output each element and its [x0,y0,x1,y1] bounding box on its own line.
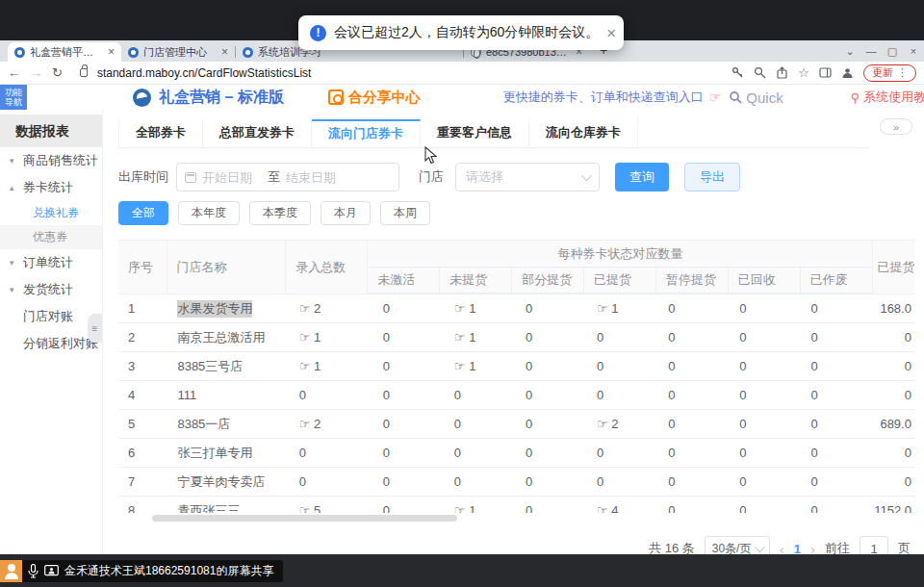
cell-total-link[interactable]: ☞ 1 [290,323,373,351]
tab-store-flow-cards[interactable]: 流向门店券卡 [312,119,421,147]
cell-inactive[interactable]: 0 [373,468,445,496]
tab-hq-direct-cards[interactable]: 总部直发券卡 [203,119,312,147]
cell-paused[interactable]: 0 [658,294,730,322]
quick-filter-week[interactable]: 本周 [380,201,430,225]
cell-inactive[interactable]: 0 [373,497,445,513]
bookmark-star-icon[interactable]: ☆ [798,65,809,80]
cell-voided[interactable]: 0 [801,497,872,513]
cell-voided[interactable]: 0 [801,381,872,409]
cell-picked[interactable]: ☞ 4 [587,497,658,513]
cell-partial-picked[interactable]: 0 [516,294,587,322]
cell-voided[interactable]: 0 [801,439,872,467]
horizontal-scrollbar-thumb[interactable] [152,515,457,522]
cell-inactive[interactable]: 0 [373,294,445,322]
next-page-icon[interactable]: › [810,541,815,555]
browser-tab-active[interactable]: 礼盒营销平台管理中心 × [8,42,121,62]
cell-not-picked[interactable]: ☞ 1 [445,294,516,322]
tab-close-icon[interactable]: × [221,45,228,59]
cell-inactive[interactable]: 0 [373,439,445,467]
lock-icon[interactable] [80,68,88,77]
forward-icon[interactable]: → [30,65,42,80]
start-date-input[interactable] [202,170,262,185]
quick-filter-month[interactable]: 本月 [321,201,371,225]
cell-total-link[interactable]: ☞ 5 [290,497,373,513]
current-page[interactable]: 1 [794,542,801,555]
cell-voided[interactable]: 0 [801,294,872,322]
cell-recycled[interactable]: 0 [730,497,801,513]
window-maximize-button[interactable]: ▢ [882,45,903,58]
cell-not-picked[interactable]: 0 [445,439,516,467]
cell-paused[interactable]: 0 [658,381,730,409]
cell-inactive[interactable]: 0 [373,381,445,409]
cell-partial-picked[interactable]: 0 [516,439,587,467]
url-text[interactable]: standard.maboy.cn/CardFlowStatisticsList [97,66,312,80]
password-key-icon[interactable] [732,66,744,79]
zoom-icon[interactable] [754,66,766,79]
quick-filter-all[interactable]: 全部 [118,201,168,225]
cell-paused[interactable]: 0 [658,410,730,438]
cell-picked[interactable]: 0 [587,352,658,380]
cell-recycled[interactable]: 0 [730,410,801,438]
cell-voided[interactable]: 0 [801,323,872,351]
cell-partial-picked[interactable]: 0 [516,497,587,513]
cell-not-picked[interactable]: 0 [445,410,516,438]
cell-partial-picked[interactable]: 0 [516,410,587,438]
function-nav-button[interactable]: 功能 导航 [0,85,27,110]
cell-recycled[interactable]: 0 [730,294,801,322]
cell-recycled[interactable]: 0 [730,352,801,380]
cell-not-picked[interactable]: ☞ 1 [445,497,516,513]
tab-key-customer-info[interactable]: 重要客户信息 [421,119,529,147]
cell-inactive[interactable]: 0 [373,352,445,380]
back-icon[interactable]: ← [8,65,20,80]
cell-total-link[interactable]: 0 [290,381,373,409]
sidebar-item-discount-coupon[interactable]: 优惠券 [0,225,102,249]
sidebar-item-card-stats[interactable]: ▴ 券卡统计 [0,174,102,201]
panel-collapse-button[interactable]: » [880,118,912,135]
sidebar-item-order-stats[interactable]: ▾ 订单统计 [0,249,102,276]
chrome-update-button[interactable]: 更新 ⋮ [863,64,916,82]
page-size-select[interactable]: 30条/页 [705,536,770,554]
reload-icon[interactable]: ↻ [52,65,63,80]
window-close-button[interactable]: × [903,45,924,57]
cell-total-link[interactable]: ☞ 2 [290,410,373,438]
cell-paused[interactable]: 0 [658,468,730,496]
prev-page-icon[interactable]: ‹ [780,541,784,555]
cell-not-picked[interactable]: ☞ 1 [445,352,516,380]
cell-picked[interactable]: ☞ 2 [587,410,658,438]
cell-not-picked[interactable]: 0 [445,381,516,409]
side-panel-icon[interactable] [819,66,832,79]
cell-total-link[interactable]: ☞ 2 [290,294,373,322]
cell-partial-picked[interactable]: 0 [516,468,587,496]
sidebar-item-product-sales[interactable]: ▾ 商品销售统计 [0,147,102,174]
window-minimize-button[interactable]: — [860,45,882,57]
sidebar-collapse-handle[interactable]: ≡ [88,314,102,343]
cell-picked[interactable]: 0 [587,323,658,351]
cell-picked[interactable]: 0 [587,468,658,496]
cell-not-picked[interactable]: ☞ 1 [445,323,516,351]
toast-close-icon[interactable]: × [606,25,616,41]
share-center-link[interactable]: 合分享中心 [328,89,421,107]
cell-picked[interactable]: 0 [587,439,658,467]
cell-paused[interactable]: 0 [658,439,730,467]
cell-paused[interactable]: 0 [658,352,730,380]
cell-total-link[interactable]: ☞ 1 [290,352,373,380]
date-range-picker[interactable]: 至 [176,163,399,191]
cell-partial-picked[interactable]: 0 [516,352,587,380]
cell-picked[interactable]: ☞ 1 [587,294,658,322]
cell-paused[interactable]: 0 [658,497,730,513]
cell-voided[interactable]: 0 [801,468,872,496]
cell-not-picked[interactable]: 0 [445,468,516,496]
cell-picked[interactable]: 0 [587,381,658,409]
cell-inactive[interactable]: 0 [373,410,445,438]
cell-recycled[interactable]: 0 [730,468,801,496]
tab-warehouse-flow-cards[interactable]: 流向仓库券卡 [529,119,638,147]
quick-filter-year[interactable]: 本年度 [178,201,240,225]
cell-recycled[interactable]: 0 [730,439,801,467]
sidebar-item-exchange-coupon[interactable]: 兑换礼券 [0,201,102,225]
cell-total-link[interactable]: 0 [290,439,373,467]
cell-paused[interactable]: 0 [658,323,730,351]
tab-all-cards[interactable]: 全部券卡 [118,119,203,147]
tab-close-icon[interactable]: × [108,45,115,59]
search-button[interactable]: 查询 [615,163,669,191]
tutorial-link[interactable]: 系统使用教程 [863,89,924,106]
